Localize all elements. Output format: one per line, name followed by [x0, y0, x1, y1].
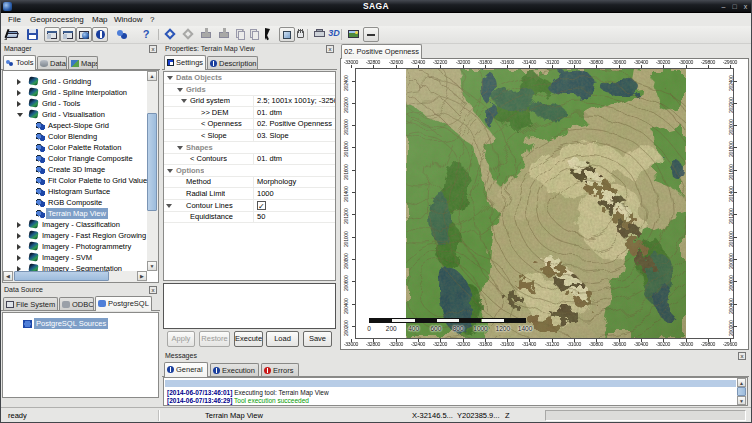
- scroll-thumb[interactable]: [147, 113, 157, 211]
- tree-item-imagery-svm[interactable]: Imagery - SVM: [3, 252, 147, 263]
- property-row-grids[interactable]: Grids: [164, 84, 335, 96]
- messages-scrollbar[interactable]: ▲ ▼: [737, 378, 747, 405]
- tab-data[interactable]: Data: [37, 56, 67, 70]
- menu-geoprocessing[interactable]: Geoprocessing: [30, 15, 84, 24]
- expanded-icon[interactable]: [167, 169, 173, 173]
- property-row--dem[interactable]: >> DEM01. dtm: [164, 107, 335, 119]
- zoom-full-extent-icon[interactable]: [163, 27, 179, 42]
- property-row--slope[interactable]: < Slope03. Slope: [164, 130, 335, 142]
- property-row-method[interactable]: MethodMorphology: [164, 176, 335, 188]
- tree-item-histogram-surface[interactable]: Histogram Surface: [3, 186, 147, 197]
- property-value[interactable]: Morphology: [253, 176, 335, 187]
- property-row-contour-lines[interactable]: Contour Lines: [164, 200, 335, 212]
- save-button[interactable]: Save: [303, 331, 332, 347]
- menu-help[interactable]: ?: [150, 15, 154, 24]
- property-value[interactable]: 01. dtm: [253, 107, 335, 118]
- selected-log-line[interactable]: [165, 380, 736, 387]
- show-manager-icon[interactable]: [44, 27, 60, 42]
- property-row--contours[interactable]: < Contours01. dtm: [164, 153, 335, 165]
- scroll-up-icon[interactable]: ▲: [737, 378, 746, 387]
- postgresql-sources-item[interactable]: PostgreSQL Sources: [3, 318, 158, 329]
- menu-window[interactable]: Window: [114, 15, 142, 24]
- tree-item-color-triangle-composite[interactable]: Color Triangle Composite: [3, 153, 147, 164]
- tree-item-imagery-fast-region-growing-al[interactable]: Imagery - Fast Region Growing Al: [3, 230, 147, 241]
- property-row-grid-system[interactable]: Grid system2.5; 1001x 1001y; -32500: [164, 95, 335, 107]
- tree-item-imagery-segmentation[interactable]: Imagery - Segmentation: [3, 263, 147, 271]
- manager-vscrollbar[interactable]: ▲ ▼: [147, 71, 158, 271]
- tree-item-create-3d-image[interactable]: Create 3D Image: [3, 164, 147, 175]
- tab-general[interactable]: General: [164, 362, 208, 377]
- pan-icon[interactable]: [293, 27, 309, 42]
- tab-postgresql[interactable]: PostgreSQL: [95, 296, 152, 311]
- execute-button[interactable]: Execute: [234, 331, 263, 347]
- properties-close-icon[interactable]: x: [326, 45, 334, 53]
- manager-hscrollbar[interactable]: ◀ ▶: [3, 271, 147, 282]
- tree-item-fit-color-palette-to-grid-values[interactable]: Fit Color Palette to Grid Values: [3, 175, 147, 186]
- property-value[interactable]: [253, 200, 335, 211]
- collapsed-icon[interactable]: [17, 255, 21, 261]
- collapsed-icon[interactable]: [17, 244, 21, 250]
- map-tab[interactable]: 02. Positive Openness: [341, 44, 422, 59]
- expanded-icon[interactable]: [17, 113, 23, 117]
- terrain-map-image[interactable]: [406, 69, 686, 338]
- expanded-icon[interactable]: [181, 99, 187, 103]
- property-value[interactable]: 02. Positive Openness: [253, 118, 335, 129]
- draw-icon[interactable]: [0, 27, 16, 42]
- cursor-icon[interactable]: [261, 27, 277, 42]
- close-button[interactable]: x: [741, 2, 750, 11]
- tab-file-system[interactable]: File System: [3, 297, 58, 311]
- tab-maps[interactable]: Maps: [68, 56, 98, 70]
- save-icon[interactable]: [25, 27, 41, 42]
- messages-close-icon[interactable]: x: [738, 352, 746, 360]
- collapsed-icon[interactable]: [17, 222, 21, 228]
- tree-item-aspect-slope-grid[interactable]: Aspect-Slope Grid: [3, 120, 147, 131]
- property-value[interactable]: 01. dtm: [253, 153, 335, 164]
- tree-item-color-palette-rotation[interactable]: Color Palette Rotation: [3, 142, 147, 153]
- minimize-button[interactable]: –: [719, 2, 728, 11]
- tree-item-imagery-classification[interactable]: Imagery - Classification: [3, 219, 147, 230]
- tree-item-grid-visualisation[interactable]: Grid - Visualisation: [3, 109, 147, 120]
- save-image-icon[interactable]: [346, 27, 362, 42]
- scroll-right-icon[interactable]: ▶: [137, 271, 147, 281]
- tab-errors[interactable]: Errors: [261, 363, 299, 377]
- manager-close-icon[interactable]: x: [149, 45, 157, 53]
- collapsed-icon[interactable]: [17, 79, 21, 85]
- load-button[interactable]: Load: [266, 331, 299, 347]
- maximize-button[interactable]: □: [730, 2, 739, 11]
- property-row-equidistance[interactable]: Equidistance50: [164, 211, 335, 223]
- tree-item-terrain-map-view[interactable]: Terrain Map View: [3, 208, 147, 219]
- tree-item-grid-spline-interpolation[interactable]: Grid - Spline Interpolation: [3, 87, 147, 98]
- tree-item-rgb-composite[interactable]: RGB Composite: [3, 197, 147, 208]
- scroll-thumb[interactable]: [14, 271, 109, 281]
- tab-tools[interactable]: Tools: [3, 55, 36, 70]
- tree-item-color-blending[interactable]: Color Blending: [3, 131, 147, 142]
- tree-item-grid-gridding[interactable]: Grid - Gridding: [3, 76, 147, 87]
- property-value[interactable]: 03. Slope: [253, 130, 335, 141]
- scroll-thumb[interactable]: [737, 387, 746, 396]
- save-map-icon[interactable]: [217, 27, 233, 42]
- tab-execution[interactable]: Execution: [210, 363, 259, 377]
- menu-file[interactable]: File: [8, 15, 21, 24]
- help-icon[interactable]: ?: [138, 27, 154, 42]
- scroll-left-icon[interactable]: ◀: [3, 271, 13, 281]
- menu-map[interactable]: Map: [92, 15, 108, 24]
- scroll-up-icon[interactable]: ▲: [147, 71, 157, 81]
- property-value[interactable]: 2.5; 1001x 1001y; -32500: [253, 95, 335, 106]
- expanded-icon[interactable]: [167, 76, 173, 80]
- tree-item-grid-tools[interactable]: Grid - Tools: [3, 98, 147, 109]
- expanded-icon[interactable]: [177, 146, 183, 150]
- property-value[interactable]: 1000: [253, 188, 335, 199]
- zoom-last-extent-icon[interactable]: [181, 27, 197, 42]
- show-properties-icon[interactable]: [76, 27, 92, 42]
- view-3d-icon[interactable]: 3D: [326, 27, 342, 42]
- expanded-icon[interactable]: [177, 88, 183, 92]
- data-source-close-icon[interactable]: x: [149, 286, 157, 294]
- collapsed-icon[interactable]: [17, 233, 21, 239]
- tab-odbc[interactable]: ODBC: [59, 297, 94, 311]
- open-map-icon[interactable]: [199, 27, 215, 42]
- tree-item-imagery-photogrammetry[interactable]: Imagery - Photogrammetry: [3, 241, 147, 252]
- crosshair-off-icon[interactable]: [363, 27, 379, 42]
- tool-icon[interactable]: [115, 27, 131, 42]
- scroll-down-icon[interactable]: ▼: [147, 261, 157, 271]
- show-data-source-icon[interactable]: [60, 27, 76, 42]
